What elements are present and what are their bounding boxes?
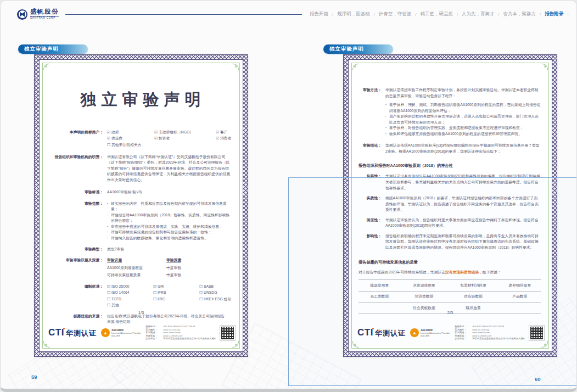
depth-level: 中度审验 (166, 265, 232, 271)
principle-row-impact: 影响性： 报告组织有明确的程序来定期监测和衡量可持续发展的影响，且拥有专业人员来… (358, 233, 541, 251)
source-line: 来源:报告组织 (107, 319, 232, 325)
aa1000-icon: ▲ (410, 328, 419, 337)
nav-separator: / (415, 12, 416, 17)
standard-text: AA1000审验标准(v3) (107, 189, 232, 195)
page-header: 盛帆股份 SANFRAN CORP 报告开篇 / 规序明，固基础 / 护青空，守… (17, 8, 569, 21)
checkbox-other: ☐ 其他未注明相关方 (107, 142, 154, 148)
quality-prefix: 对于报告中披露的2023年可持续发展绩效，华测认证 (358, 270, 445, 274)
qr-code (529, 326, 544, 340)
principle-text: 报告组织有明确的程序来定期监测和衡量可持续发展的影响，且拥有专业人员来有效推动可… (385, 233, 541, 251)
cti-logo: CTI 华测认证 (357, 327, 406, 338)
nav-item-governance[interactable]: 规序明，固基础 (337, 11, 370, 18)
table-cell: 水资源使用量 (400, 283, 447, 289)
principle-text: 华测认证没有发现报告与AA1000审验原则(2018)包容性原则的偏离。报告组织… (385, 173, 541, 191)
checkbox-unsdg: ☐ UNSDG (199, 290, 232, 296)
section-heading-compliance: 报告组织和报告对AA1000审验原则（2018）的符合性 (358, 163, 541, 169)
report-spread: 盛帆股份 SANFRAN CORP 报告开篇 / 规序明，固基础 / 护青空，守… (0, 0, 577, 392)
field-label: 审验类型： (49, 247, 103, 253)
principle-row-inclusivity: 包容性： 华测认证没有发现报告与AA1000审验原则(2018)包容性原则的偏离… (358, 173, 541, 191)
checkbox-iirc: ☐ IIRC (153, 296, 199, 303)
report-page-number-left: 59 (31, 374, 37, 380)
cti-logo-mark: CTI (48, 327, 64, 338)
table-cell: 供应链数据 (448, 294, 499, 300)
depth-topic: 可持续发展信息质量 (107, 272, 166, 278)
cti-logo-name: 华测认证 (375, 328, 406, 338)
principle-label: 实质性： (358, 195, 382, 213)
quality-highlight: 没有发现实质性错误 (445, 270, 479, 274)
quality-statement: 对于报告中披露的2023年可持续发展绩效，华测认证没有发现实质性错误，如下所述： (358, 270, 541, 276)
checkbox-investor: ☑ 投资者 (154, 136, 216, 142)
method-item: 基于抽样，理解、测试、判断报告组织遵循AA1000原则的程度的流程，在此基础上对… (385, 102, 541, 114)
field-label: 报告组织和审验机构的职责： (49, 154, 103, 183)
method-item: 收集和评估能够支持报告组织遵循AA1000原则的程度的证据资料和管理层声明。 (385, 131, 541, 137)
responsibility-row: 报告组织和审验机构的职责： 华测认证有限公司（以下简称“华测认证”）受武汉盛帆电… (49, 154, 232, 183)
section-badge-right: 独立审验声明 (323, 44, 393, 54)
checkbox-tcfd: ☐ TCFD (107, 296, 153, 303)
contact-label: 公司地址： (455, 337, 471, 340)
aa1000-badge: ▲ AA1000 Licensed Assurance Provider 000… (410, 328, 450, 338)
nav-item-responsibility[interactable]: 责为本，聚群力 (503, 11, 536, 18)
header-divider (65, 14, 302, 15)
method-item: 就产生影响的过程的有效性开展管理层访谈，访谈人员包括公司最高管理层、部门管理人员… (385, 114, 541, 125)
nav-item-appendix-active[interactable]: 报告附录 (545, 11, 563, 18)
principle-label: 回应性： (358, 217, 382, 229)
checkbox-hkex: ☐ HKEX ESG 指引 (199, 296, 232, 303)
nav-item-quality[interactable]: 精工艺，研品质 (420, 11, 453, 18)
section-heading-quality: 报告披露的可持续发展信息的质量 (358, 259, 541, 265)
nav-active-marker: · (567, 12, 569, 17)
scope-item: 评估可持续发展信息的报告机制和与报告应用标准的一致性； (107, 229, 232, 236)
depth-col-header: 审验深度 (166, 258, 181, 263)
standard-row: 审验标准： AA1000审验标准(v3) (49, 189, 232, 195)
certificate-content: 独立审验声明 本声明的目标用户： ☑ 政府 ☑ 非政府组织（NGO） ☑ 客户 … (43, 63, 239, 348)
checkbox-sasb: ☐ SASB (199, 284, 232, 290)
company-name: 盛帆股份 (30, 9, 59, 15)
field-label: 审验方法： (358, 87, 382, 137)
company-logo-icon (17, 9, 27, 20)
report-page-number-right: 60 (535, 376, 541, 382)
contact-value: 深圳市宝安区新安街道留仙三路4号华测检测大楼A座 (472, 337, 525, 340)
prep-standard-row: 编制标准： ☑ ISO 26000 ☑ GRI ☐ SASB ☐ ISO 140… (49, 284, 232, 309)
scope-row: 审验范围： 核实报告的内容、性质和应用以及报告期内所呈现的可持续发展信息质量； … (49, 201, 232, 242)
responsibility-text: 华测认证有限公司（以下简称“华测认证”）受武汉盛帆电子股份有限公司（以下简称“报… (107, 154, 232, 183)
table-cell: 废弃物排放量 (499, 283, 541, 289)
field-label: 本声明的目标用户： (49, 130, 103, 148)
quality-suffix: ，如下所述： (479, 270, 501, 274)
company-name-en: SANFRAN CORP (30, 16, 59, 20)
principle-text: 华测认证审验后认为，报告组织对重大事项方面的回应在报告中得到了界定和体现。报告符… (385, 217, 541, 229)
table-cell: 产品数据 (499, 294, 541, 300)
nav-item-environment[interactable]: 护青空，守碧波 (379, 11, 412, 18)
assurer-footer: CTI 华测认证 ▲ AA1000 Licensed Assurance Pro… (48, 325, 235, 340)
checkbox-other-std: ☐ 其他 (107, 303, 153, 309)
aa1000-badge: ▲ AA1000 Licensed Assurance Provider 000… (101, 328, 141, 338)
depth-col-header: 审验议题 (107, 258, 122, 263)
field-label: 编制标准： (49, 284, 103, 309)
aa1000-number: 000-089 (421, 335, 450, 338)
assurer-footer: CTI 华测认证 ▲ AA1000 Licensed Assurance Pro… (357, 325, 544, 340)
checkbox-iso14064: ☐ ISO 14064 (107, 290, 153, 296)
checkbox-gri: ☑ GRI (153, 284, 199, 290)
certificate-page-2: 审验方法： 华测认证依据审验工作程序制定审验计划，并按照计划实施审验活动。华测认… (344, 55, 557, 356)
checkbox-ifrs: ☐ IFRS (153, 290, 199, 296)
chapter-nav: 报告开篇 / 规序明，固基础 / 护青空，守碧波 / 精工艺，研品质 / 人为先… (310, 11, 569, 18)
cti-logo-name: 华测认证 (66, 328, 97, 338)
verified-data-table: 能源使用量 水资源使用量 包装材料消耗量 废弃物排放量 员工类数据 培训类数据 … (358, 279, 541, 314)
field-label: 审验审验议题及深度： (49, 257, 103, 278)
qr-code (220, 326, 235, 340)
nav-item-people[interactable]: 人为先，育英才 (462, 11, 495, 18)
nav-separator: / (540, 12, 541, 17)
nav-item-opening[interactable]: 报告开篇 (310, 11, 328, 18)
target-users-row: 本声明的目标用户： ☑ 政府 ☑ 非政府组织（NGO） ☑ 客户 ☑ 供应商 ☑… (49, 130, 232, 148)
checkbox-consumer: ☑ 消费者 (216, 136, 232, 142)
checkbox-iso26000: ☑ ISO 26000 (107, 284, 153, 290)
depth-level: 中度审验 (166, 272, 232, 278)
principle-text: 根据AA1000审验原则（2018）的要求，华测认证对报告组织内部和外部的各个方… (385, 195, 541, 213)
nav-separator: / (332, 12, 333, 17)
table-row: 员工类数据 培训类数据 供应链数据 产品数据 (358, 291, 541, 303)
field-label: 审验范围： (49, 201, 103, 242)
contact-block: 热线电话：400-830-5800/0755-82723633 官方网站：www… (145, 325, 216, 340)
conclusion-text: 华测认证依据AA1000审验标准(v3)对报告组织编制的报告中披露的可持续发展信… (385, 143, 541, 154)
checkbox-government: ☑ 政府 (107, 130, 154, 136)
principle-label: 影响性： (358, 233, 382, 251)
contact-label: 公司地址： (145, 337, 162, 340)
method-intro: 华测认证依据审验工作程序制定审验计划，并按照计划实施审验活动。华测认证本着职业怀… (385, 87, 541, 99)
